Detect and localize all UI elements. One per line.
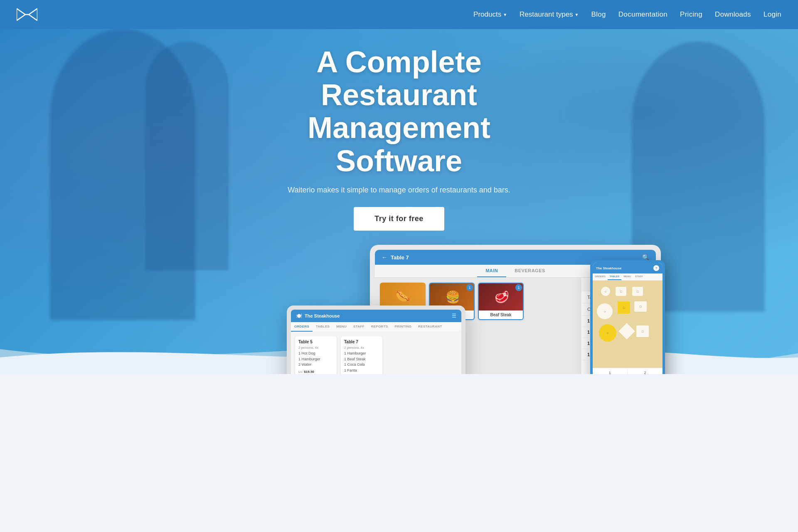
order-table5-sub: 2 persons, 4x <box>298 346 333 350</box>
laptop-nav: ORDERS TABLES MENU STAFF REPORTS PRINTIN… <box>291 322 461 332</box>
tab-beverages[interactable]: BEVERAGES <box>506 265 554 277</box>
order-table5-items: 1 Hot Dog1 Hamburger2 Water <box>298 351 333 368</box>
nav-links: Products ▼ Restaurant types ▼ Blog Docum… <box>473 10 781 19</box>
nav-products[interactable]: Products ▼ <box>473 10 507 19</box>
nav-staff[interactable]: STAFF <box>350 322 368 332</box>
mobile-header: The Steakhouse ? <box>593 263 663 273</box>
order-card-table5: Table 5 2 persons, 4x 1 Hot Dog1 Hamburg… <box>295 336 337 374</box>
hero-title: A Complete Restaurant Management Softwar… <box>254 46 544 177</box>
order-table7-items: 1 Hamburger1 Beaf Steak1 Coca Cola1 Fant… <box>344 351 379 373</box>
table-square-2[interactable]: □ <box>632 287 643 296</box>
table-btn-1[interactable]: 1 <box>593 368 628 374</box>
mobile-table-layout: ○ □ □ ○ □ □ ○ □ <box>593 281 663 368</box>
mobile-nav-tables[interactable]: TABLES <box>608 273 622 280</box>
tab-main[interactable]: MAIN <box>477 265 506 277</box>
restaurant-types-dropdown-arrow: ▼ <box>575 12 579 17</box>
laptop-demo: 🍽️ The Steakhouse ☰ ORDERS TABLES MENU S… <box>287 305 466 374</box>
back-arrow-icon[interactable]: ← <box>382 254 387 261</box>
menu-icon[interactable]: ☰ <box>452 313 456 319</box>
products-dropdown-arrow: ▼ <box>503 12 507 17</box>
hamburger-badge: 1 <box>466 284 473 291</box>
nav-tables[interactable]: TABLES <box>313 322 333 332</box>
nav-documentation[interactable]: Documentation <box>618 10 667 19</box>
mobile-nav-staff[interactable]: STAFF <box>633 273 645 280</box>
laptop-header: 🍽️ The Steakhouse ☰ <box>291 310 461 322</box>
hero-section: A Complete Restaurant Management Softwar… <box>0 0 798 374</box>
hero-subtitle: Waiterio makes it simple to manage order… <box>254 186 544 195</box>
order-card-table7: Table 7 2 persons, 4x 1 Hamburger1 Beaf … <box>341 336 382 374</box>
table-square-1[interactable]: □ <box>616 287 626 296</box>
table-square-yellow[interactable]: □ <box>618 301 630 314</box>
table-circle-1[interactable]: ○ <box>601 287 610 296</box>
table-circle-2[interactable]: ○ <box>597 303 613 319</box>
demo-area: ← Table 7 🔍 MAIN BEVERAGES <box>287 200 661 374</box>
search-icon[interactable]: 🔍 <box>642 254 649 261</box>
table-circle-yellow[interactable]: ○ <box>599 324 616 342</box>
table-number-grid: 1 2 3 4 5 6 <box>593 368 663 374</box>
nav-login[interactable]: Login <box>764 10 781 19</box>
restaurant-name-laptop: The Steakhouse <box>305 313 340 318</box>
table-title: Table 7 <box>391 254 409 261</box>
steak-label: Beaf Steak <box>479 310 523 319</box>
table-square-3[interactable]: □ <box>634 301 647 312</box>
steak-badge: 1 <box>515 284 522 291</box>
tablet-header-left: ← Table 7 <box>382 254 409 261</box>
mobile-demo: The Steakhouse ? ORDERS TABLES MENU STAF… <box>590 260 665 374</box>
mobile-inner: The Steakhouse ? ORDERS TABLES MENU STAF… <box>593 263 663 374</box>
nav-restaurant-types[interactable]: Restaurant types ▼ <box>520 10 579 19</box>
order-table5-title: Table 5 <box>298 340 333 344</box>
help-icon[interactable]: ? <box>653 265 659 271</box>
nav-orders[interactable]: ORDERS <box>291 322 313 332</box>
laptop-logo: 🍽️ The Steakhouse <box>296 313 340 319</box>
bottom-section <box>0 374 798 532</box>
nav-printing[interactable]: PRINTING <box>391 322 415 332</box>
nav-downloads[interactable]: Downloads <box>715 10 751 19</box>
svg-marker-1 <box>29 8 37 20</box>
restaurant-name-mobile: The Steakhouse <box>596 266 621 270</box>
table-square-4[interactable]: □ <box>636 325 649 337</box>
person-silhouette-center <box>145 42 229 270</box>
table-diamond[interactable] <box>618 323 635 340</box>
table-btn-2[interactable]: 2 <box>628 368 663 374</box>
mobile-nav-orders[interactable]: ORDERS <box>593 273 608 280</box>
order-table5-amount: $19.50 <box>304 370 314 374</box>
laptop-inner: 🍽️ The Steakhouse ☰ ORDERS TABLES MENU S… <box>291 310 461 374</box>
hero-content: A Complete Restaurant Management Softwar… <box>254 0 544 231</box>
nav-blog[interactable]: Blog <box>591 10 606 19</box>
nav-restaurant[interactable]: RESTAURANT <box>415 322 446 332</box>
bowtie-icon <box>17 8 37 21</box>
nav-pricing[interactable]: Pricing <box>680 10 702 19</box>
menu-item-steak[interactable]: 🥩 Beaf Steak 1 <box>478 283 524 320</box>
nav-menu[interactable]: MENU <box>333 322 350 332</box>
nav-reports[interactable]: REPORTS <box>368 322 392 332</box>
order-table7-title: Table 7 <box>344 340 379 344</box>
laptop-body: Table 5 2 persons, 4x 1 Hot Dog1 Hamburg… <box>291 332 461 374</box>
mobile-nav-menu[interactable]: MENU <box>621 273 633 280</box>
order-table7-sub: 2 persons, 4x <box>344 346 379 350</box>
order-table5-total: Lo: $19.50 <box>298 370 333 374</box>
mobile-nav: ORDERS TABLES MENU STAFF <box>593 273 663 281</box>
navbar: Products ▼ Restaurant types ▼ Blog Docum… <box>0 0 798 29</box>
svg-marker-0 <box>17 8 25 20</box>
logo[interactable] <box>17 8 37 21</box>
